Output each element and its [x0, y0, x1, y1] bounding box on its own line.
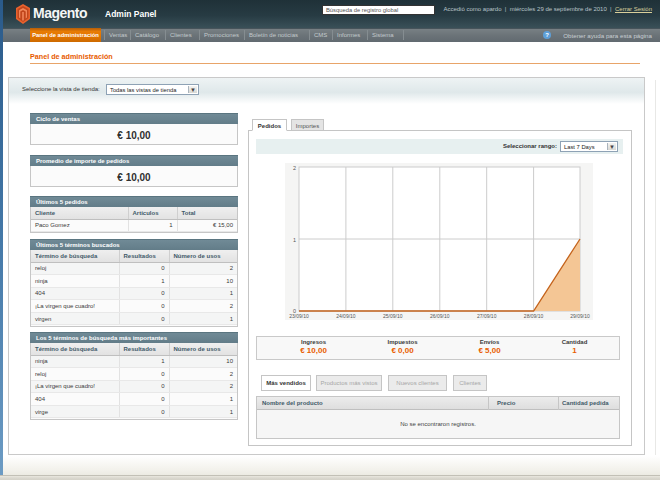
- svg-text:29/09/10: 29/09/10: [570, 313, 590, 319]
- svg-text:25/09/10: 25/09/10: [383, 313, 403, 319]
- svg-text:28/09/10: 28/09/10: [524, 313, 544, 319]
- svg-text:23/09/10: 23/09/10: [289, 313, 309, 319]
- svg-text:1: 1: [293, 237, 296, 243]
- svg-text:27/09/10: 27/09/10: [477, 313, 497, 319]
- svg-text:24/09/10: 24/09/10: [336, 313, 356, 319]
- svg-text:26/09/10: 26/09/10: [430, 313, 450, 319]
- svg-text:2: 2: [293, 165, 296, 171]
